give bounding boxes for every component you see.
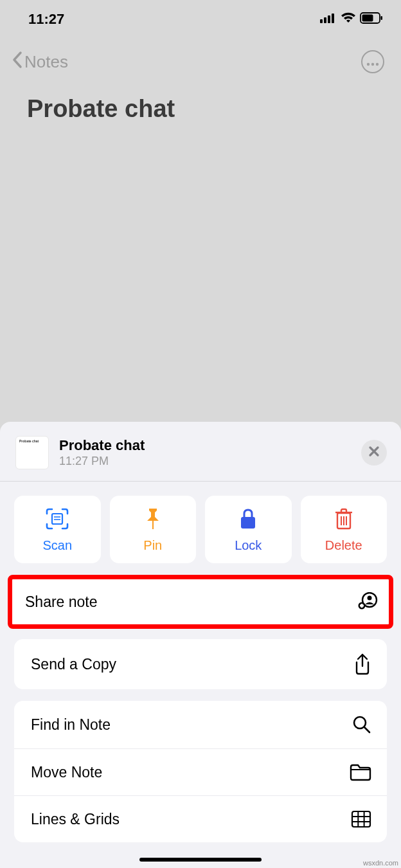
battery-icon [360, 12, 383, 26]
back-button[interactable]: Notes [12, 51, 68, 73]
svg-line-26 [364, 727, 370, 732]
svg-rect-13 [152, 521, 154, 529]
svg-point-21 [368, 596, 372, 601]
find-label: Find in Note [31, 716, 111, 734]
more-button[interactable] [361, 50, 384, 73]
home-indicator[interactable] [139, 858, 262, 862]
share-icon [350, 653, 371, 675]
svg-point-7 [367, 62, 370, 65]
lock-button[interactable]: Lock [205, 496, 292, 563]
svg-rect-14 [241, 517, 255, 529]
svg-rect-28 [352, 811, 370, 827]
ellipsis-icon [366, 55, 379, 69]
move-note-item[interactable]: Move Note [14, 749, 387, 796]
find-in-note-item[interactable]: Find in Note [14, 701, 387, 749]
lock-icon [239, 507, 257, 530]
status-bar: 11:27 [0, 0, 401, 35]
share-note-item[interactable]: Share note [12, 579, 389, 624]
note-title: Probate chat [0, 81, 401, 137]
close-icon [368, 444, 380, 461]
svg-rect-10 [52, 514, 62, 524]
svg-rect-2 [328, 15, 330, 23]
svg-rect-3 [332, 14, 334, 23]
sheet-header: Probate chat Probate chat 11:27 PM [0, 433, 401, 481]
search-icon [350, 715, 371, 734]
svg-rect-24 [360, 605, 364, 607]
send-copy-label: Send a Copy [31, 656, 116, 673]
send-copy-group: Send a Copy [14, 639, 387, 689]
svg-rect-0 [320, 19, 323, 23]
send-copy-item[interactable]: Send a Copy [14, 639, 387, 689]
watermark: wsxdn.com [363, 859, 398, 867]
pin-icon [145, 507, 161, 530]
svg-rect-6 [381, 16, 383, 20]
wifi-icon [341, 12, 356, 26]
trash-icon [334, 507, 353, 530]
note-thumbnail: Probate chat [15, 436, 49, 469]
svg-rect-1 [324, 17, 326, 23]
back-label: Notes [24, 52, 68, 72]
share-note-highlight: Share note [8, 575, 393, 629]
lines-grids-item[interactable]: Lines & Grids [14, 796, 387, 842]
delete-label: Delete [325, 538, 362, 553]
collaborate-icon [357, 592, 379, 611]
folder-icon [350, 763, 371, 781]
svg-rect-5 [362, 15, 373, 22]
delete-button[interactable]: Delete [301, 496, 388, 563]
scan-label: Scan [42, 538, 72, 553]
sheet-subtitle: 11:27 PM [59, 455, 351, 468]
move-label: Move Note [31, 764, 102, 781]
action-sheet: Probate chat Probate chat 11:27 PM Scan … [0, 422, 401, 868]
share-note-label: Share note [25, 593, 98, 611]
nav-bar: Notes [0, 35, 401, 81]
sheet-title-block: Probate chat 11:27 PM [59, 437, 351, 468]
scan-icon [45, 507, 69, 530]
pin-label: Pin [143, 538, 162, 553]
quick-actions: Scan Pin Lock Delete [0, 482, 401, 576]
chevron-left-icon [12, 51, 23, 73]
cellular-icon [320, 13, 337, 26]
lines-label: Lines & Grids [31, 811, 120, 828]
status-icons [320, 12, 383, 26]
close-button[interactable] [361, 440, 387, 466]
scan-button[interactable]: Scan [14, 496, 101, 563]
pin-button[interactable]: Pin [110, 496, 197, 563]
svg-point-9 [376, 62, 379, 65]
grid-icon [350, 810, 371, 828]
menu-group-2: Find in Note Move Note Lines & Grids [14, 701, 387, 842]
sheet-title: Probate chat [59, 437, 351, 454]
status-time: 11:27 [28, 11, 64, 28]
lock-label: Lock [235, 538, 262, 553]
svg-point-8 [371, 62, 374, 65]
